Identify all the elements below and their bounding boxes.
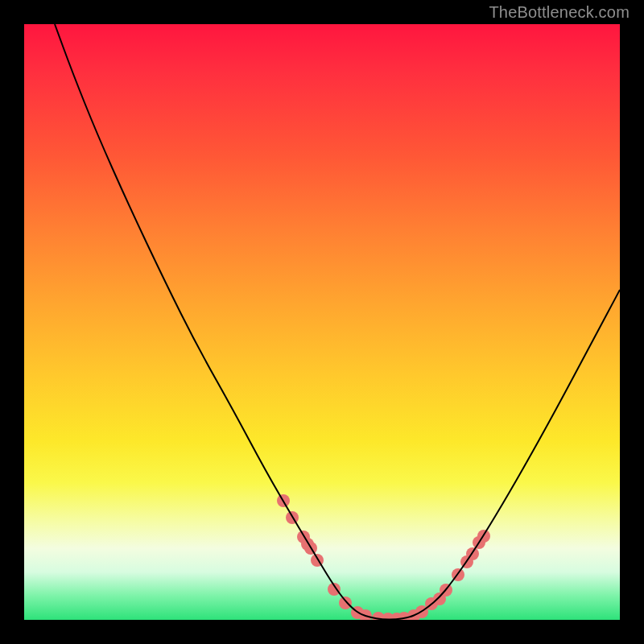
watermark-text: TheBottleneck.com: [489, 3, 630, 22]
bottleneck-plot: [24, 24, 620, 620]
chart-frame: [24, 24, 620, 620]
dots-layer: [277, 494, 490, 620]
curve-line: [55, 24, 620, 620]
data-dot: [339, 597, 352, 609]
